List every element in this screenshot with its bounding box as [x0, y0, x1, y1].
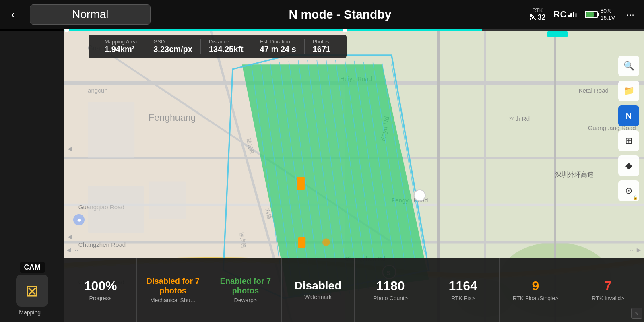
rc-bar-3: [573, 12, 574, 17]
layers-icon: ⊞: [625, 136, 632, 146]
stat-photos-label: Photos: [313, 39, 329, 45]
top-bar: ‹ Normal N mode - Standby RTK 🛰 32 RC: [0, 0, 644, 29]
stat-distance: Distance 134.25kft: [201, 39, 252, 54]
svg-text:74th Rd: 74th Rd: [508, 115, 530, 122]
rc-signal-bars: [568, 12, 577, 17]
cam-icon[interactable]: ⊠: [16, 275, 48, 307]
expand-arrow: ⤡: [635, 310, 639, 316]
svg-rect-30: [88, 102, 134, 158]
disabled-for-value: Disabled for 7photos: [147, 276, 200, 295]
page-title: N mode - Standby: [151, 8, 529, 21]
svg-text:āngcun: āngcun: [88, 87, 107, 94]
diamond-button[interactable]: ◆: [618, 155, 639, 176]
bottom-left-nav: ◄ ··: [65, 246, 78, 254]
progress-label: Progress: [89, 295, 112, 301]
stats-bar: Mapping Area 1.94km² GSD 3.23cm/px Dista…: [89, 35, 347, 58]
search-icon: 🔍: [623, 61, 634, 71]
more-button[interactable]: ···: [623, 6, 638, 23]
search-button[interactable]: 🔍: [618, 56, 639, 76]
battery-status: 80% 16.1V: [585, 8, 615, 21]
battery-voltage: 16.1V: [600, 14, 615, 21]
compass-icon: N: [626, 111, 632, 121]
rtk-value: 32: [538, 13, 546, 22]
rtk-icon: 🛰: [530, 14, 536, 21]
lock-icon: 🔒: [633, 195, 638, 200]
bottom-col-watermark[interactable]: Disabled Watermark: [282, 258, 354, 322]
stat-mapping-area-label: Mapping Area: [105, 39, 137, 45]
photo-count-value: 1180: [376, 279, 405, 293]
svg-rect-28: [88, 186, 144, 233]
rtk-float-label: RTK Float/Single>: [512, 295, 558, 301]
svg-text:Fenghuang: Fenghuang: [149, 112, 196, 123]
svg-text:Ketai Road: Ketai Road: [578, 87, 609, 94]
rtk-float-value: 9: [532, 279, 539, 293]
progress-bar-fill: [64, 29, 482, 31]
mode-selector[interactable]: Normal: [30, 4, 151, 25]
rtk-invalid-value: 7: [605, 279, 612, 293]
stat-gsd-label: GSD: [153, 39, 165, 45]
layers-button[interactable]: ⊞: [618, 130, 639, 151]
bottom-col-progress[interactable]: 100% Progress: [64, 258, 137, 322]
dewarp-label: Dewarp>: [234, 297, 257, 303]
stat-distance-value: 134.25kft: [209, 45, 244, 54]
divider: [25, 6, 25, 23]
stat-distance-label: Distance: [209, 39, 229, 45]
mapping-label: Mapping...: [19, 309, 45, 316]
battery-icon: [585, 11, 598, 18]
cam-label: CAM: [20, 262, 45, 273]
enabled-for-value: Enabled for 7photos: [220, 276, 271, 295]
stat-mapping-area: Mapping Area 1.94km²: [97, 39, 145, 54]
cam-section: CAM ⊠ Mapping...: [0, 31, 64, 322]
svg-rect-51: [297, 177, 305, 190]
stat-photos-value: 1671: [313, 45, 331, 54]
battery-fill: [586, 12, 594, 17]
compass-button[interactable]: N 🔒: [618, 105, 639, 126]
expand-icon[interactable]: ⤡: [631, 308, 642, 319]
map-left-arrow-bottom[interactable]: ◄: [66, 232, 74, 242]
diamond-icon: ◆: [625, 161, 632, 171]
progress-value: 100%: [84, 279, 117, 293]
bottom-col-mechanical[interactable]: Disabled for 7photos Mechanical Shu…: [137, 258, 209, 322]
battery-text: 80% 16.1V: [600, 8, 615, 21]
svg-text:Changzhen Road: Changzhen Road: [78, 241, 126, 248]
bottom-col-rtk-float[interactable]: 9 RTK Float/Single>: [500, 258, 572, 322]
bottom-col-dewarp[interactable]: Enabled for 7photos Dewarp>: [209, 258, 282, 322]
stat-mapping-area-value: 1.94km²: [105, 45, 135, 54]
progress-segment: [547, 31, 568, 37]
map-left-arrow[interactable]: ◄: [66, 144, 74, 153]
stat-gsd: GSD 3.23cm/px: [145, 39, 201, 54]
rc-bar-1: [568, 15, 570, 17]
bottom-panel: 100% Progress Disabled for 7photos Mecha…: [64, 258, 644, 322]
bottom-right-arrow-right[interactable]: ·· ►: [629, 246, 642, 254]
bottom-col-rtk-fix[interactable]: 1164 RTK Fix>: [427, 258, 500, 322]
stat-gsd-value: 3.23cm/px: [153, 45, 192, 54]
bottom-col-rtk-invalid[interactable]: 7 RTK Invalid> ⤡: [572, 258, 644, 322]
bottom-right-nav: ·· ►: [629, 246, 642, 254]
svg-text:深圳外环高速: 深圳外环高速: [555, 171, 594, 178]
rc-bar-4: [575, 13, 577, 17]
rtk-label: RTK: [533, 7, 543, 13]
folder-icon: 📁: [623, 86, 634, 96]
battery-percent: 80%: [600, 8, 615, 14]
back-button[interactable]: ‹: [6, 5, 20, 24]
photo-count-label: Photo Count>: [373, 295, 408, 301]
top-right-controls: RTK 🛰 32 RC 80% 16.1V ···: [530, 6, 638, 23]
location-icon: ⊙: [625, 186, 632, 196]
rtk-invalid-label: RTK Invalid>: [592, 295, 624, 301]
stat-photos: Photos 1671: [305, 39, 339, 54]
svg-point-56: [414, 190, 425, 201]
watermark-label: Watermark: [304, 294, 332, 300]
rc-bar-2: [570, 13, 572, 17]
stat-duration-value: 47 m 24 s: [260, 45, 296, 54]
svg-rect-52: [298, 237, 306, 248]
svg-point-53: [322, 238, 330, 246]
rc-status: RC: [554, 9, 577, 20]
rtk-fix-value: 1164: [449, 279, 477, 293]
mechanical-label: Mechanical Shu…: [150, 297, 196, 303]
folder-button[interactable]: 📁: [618, 80, 639, 101]
bottom-col-photo-count[interactable]: 1180 Photo Count>: [355, 258, 427, 322]
position-marker: ◆: [73, 214, 85, 225]
rtk-status: RTK 🛰 32: [530, 7, 546, 22]
stat-duration-label: Est. Duration: [260, 39, 290, 45]
bottom-left-arrow-left[interactable]: ◄ ··: [65, 246, 78, 254]
